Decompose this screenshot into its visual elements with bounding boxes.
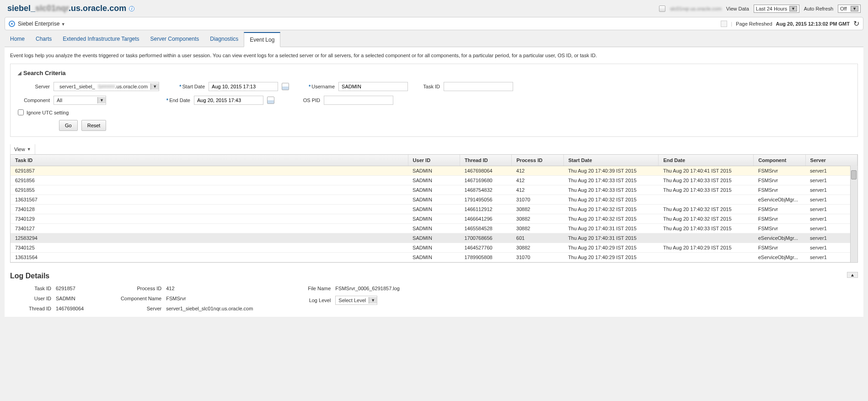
cell-task_id: 12583294 xyxy=(11,233,408,243)
bookmark-icon[interactable] xyxy=(721,21,727,27)
col-header[interactable]: Process ID xyxy=(512,155,563,166)
cell-server: server1 xyxy=(805,176,857,185)
cell-user_id: SADMIN xyxy=(408,214,460,224)
os-pid-label: OS PID xyxy=(288,98,320,103)
d-server: server1_siebel_slc01nqr.us.oracle.com xyxy=(166,306,253,311)
start-date-input[interactable] xyxy=(209,82,278,91)
db-host-label: slc01nqr.us.oracle.com xyxy=(670,6,722,11)
username-input[interactable] xyxy=(338,82,408,91)
table-row[interactable]: 13631567SADMIN179149505631070Thu Aug 20 … xyxy=(11,195,857,205)
cell-user_id: SADMIN xyxy=(408,195,460,205)
end-date-input[interactable] xyxy=(194,96,263,105)
context-menu[interactable]: Siebel Enterprise ▼ xyxy=(18,21,65,27)
d-process-id: 412 xyxy=(166,286,174,291)
cell-component: FSMSrvr xyxy=(754,166,805,176)
cell-component: eServiceObjMgr... xyxy=(754,253,805,262)
component-select[interactable]: All ▼ xyxy=(54,96,106,105)
table-row[interactable]: 6291857SADMIN1467698064412Thu Aug 20 17:… xyxy=(11,166,857,176)
cell-end: Thu Aug 20 17:40:41 IST 2015 xyxy=(659,166,754,176)
col-header[interactable]: User ID xyxy=(408,155,460,166)
cell-server: server1 xyxy=(805,166,857,176)
chevron-down-icon: ▼ xyxy=(27,147,31,152)
cell-end xyxy=(659,195,754,205)
chevron-down-icon: ▼ xyxy=(789,6,797,11)
collapse-up-icon[interactable]: ▲ xyxy=(847,272,858,278)
os-pid-input[interactable] xyxy=(324,96,393,105)
view-data-label: View Data xyxy=(726,6,749,11)
col-header[interactable]: Server xyxy=(805,155,857,166)
log-level-select[interactable]: Select Level▼ xyxy=(335,296,377,305)
collapse-icon[interactable]: ◢ xyxy=(18,70,21,76)
table-row[interactable]: 7340127SADMIN146558452830882Thu Aug 20 1… xyxy=(11,224,857,233)
cell-thread_id: 1791495056 xyxy=(460,195,511,205)
go-button[interactable]: Go xyxy=(59,120,78,131)
tab-diagnostics[interactable]: Diagnostics xyxy=(204,32,244,47)
header: siebel_slc01nqr.us.oracle.com i slc01nqr… xyxy=(0,0,868,17)
cell-start: Thu Aug 20 17:40:29 IST 2015 xyxy=(563,243,659,253)
auto-refresh-select[interactable]: Off▼ xyxy=(838,5,861,13)
scrollbar-thumb[interactable] xyxy=(851,170,857,179)
tab-event-log[interactable]: Event Log xyxy=(244,32,280,47)
d-user-id: SADMIN xyxy=(56,296,75,301)
table-row[interactable]: 7340129SADMIN146664129630882Thu Aug 20 1… xyxy=(11,214,857,224)
cell-user_id: SADMIN xyxy=(408,176,460,185)
col-header[interactable]: Thread ID xyxy=(460,155,511,166)
col-header[interactable]: End Date xyxy=(659,155,754,166)
cell-end: Thu Aug 20 17:40:33 IST 2015 xyxy=(659,176,754,185)
cell-component: FSMSrvr xyxy=(754,243,805,253)
cell-server: server1 xyxy=(805,224,857,233)
ignore-utc-checkbox[interactable] xyxy=(18,109,24,115)
cell-task_id: 13631564 xyxy=(11,253,408,262)
calendar-icon[interactable] xyxy=(267,97,274,104)
cell-task_id: 7340127 xyxy=(11,224,408,233)
tab-extended-infrastructure-targets[interactable]: Extended Infrastructure Targets xyxy=(57,32,145,47)
chevron-down-icon: ▼ xyxy=(61,22,65,27)
cell-start: Thu Aug 20 17:40:32 IST 2015 xyxy=(563,195,659,205)
tab-server-components[interactable]: Server Components xyxy=(145,32,205,47)
cell-server: server1 xyxy=(805,214,857,224)
cell-start: Thu Aug 20 17:40:32 IST 2015 xyxy=(563,205,659,214)
col-header[interactable]: Task ID xyxy=(11,155,408,166)
server-label: Server xyxy=(18,84,50,89)
refresh-icon[interactable]: ↻ xyxy=(853,19,859,28)
refreshed-label: Page Refreshed xyxy=(736,21,772,27)
calendar-icon[interactable] xyxy=(282,83,289,90)
tab-home[interactable]: Home xyxy=(5,32,30,47)
cell-process_id: 31070 xyxy=(512,195,563,205)
table-row[interactable]: 6291855SADMIN1468754832412Thu Aug 20 17:… xyxy=(11,185,857,195)
cell-task_id: 13631567 xyxy=(11,195,408,205)
cell-thread_id: 1466641296 xyxy=(460,214,511,224)
col-header[interactable]: Start Date xyxy=(563,155,659,166)
cell-thread_id: 1466112912 xyxy=(460,205,511,214)
cell-end: Thu Aug 20 17:40:32 IST 2015 xyxy=(659,205,754,214)
reset-button[interactable]: Reset xyxy=(81,120,107,131)
tab-charts[interactable]: Charts xyxy=(30,32,57,47)
cell-end xyxy=(659,253,754,262)
cell-end xyxy=(659,233,754,243)
server-select[interactable]: server1_siebel_S#####.us.oracle.com ▼ xyxy=(54,82,159,91)
intro-text: Event logs help you analyze the events t… xyxy=(10,53,858,58)
cell-process_id: 412 xyxy=(512,176,563,185)
d-user-id-label: User ID xyxy=(10,296,51,301)
scrollbar[interactable] xyxy=(850,166,857,262)
cell-process_id: 412 xyxy=(512,185,563,195)
start-date-label: *Start Date xyxy=(173,84,205,89)
cell-thread_id: 1467698064 xyxy=(460,166,511,176)
table-row[interactable]: 6291856SADMIN1467169680412Thu Aug 20 17:… xyxy=(11,176,857,185)
col-header[interactable]: Component xyxy=(754,155,805,166)
table-row[interactable]: 7340125SADMIN146452776030882Thu Aug 20 1… xyxy=(11,243,857,253)
cell-server: server1 xyxy=(805,253,857,262)
search-panel: ◢ Search Criteria Server server1_siebel_… xyxy=(10,64,858,137)
table-row[interactable]: 7340128SADMIN146611291230882Thu Aug 20 1… xyxy=(11,205,857,214)
d-file: FSMSrvr_0006_6291857.log xyxy=(335,286,400,291)
table-row[interactable]: 13631564SADMIN178990580831070Thu Aug 20 … xyxy=(11,253,857,262)
cell-task_id: 6291855 xyxy=(11,185,408,195)
table-row[interactable]: 12583294SADMIN1700768656601Thu Aug 20 17… xyxy=(11,233,857,243)
task-id-input[interactable] xyxy=(444,82,513,91)
view-menu[interactable]: View ▼ xyxy=(14,146,31,152)
cell-component: FSMSrvr xyxy=(754,214,805,224)
cell-process_id: 412 xyxy=(512,166,563,176)
breadcrumb: Siebel Enterprise ▼ | Page Refreshed Aug… xyxy=(5,17,863,30)
view-data-select[interactable]: Last 24 Hours▼ xyxy=(754,5,799,13)
info-icon[interactable]: i xyxy=(129,6,134,11)
